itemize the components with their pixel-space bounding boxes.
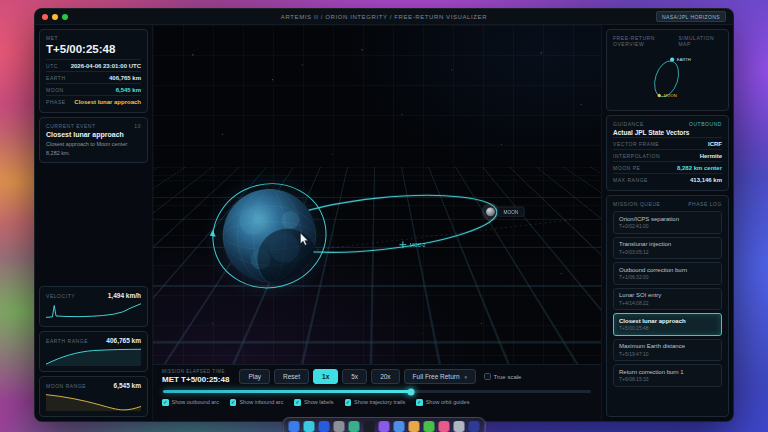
true-scale-checkbox[interactable] [484, 373, 491, 380]
true-scale-toggle[interactable]: True scale [484, 373, 521, 380]
phase-value: Closest lunar approach [74, 99, 141, 105]
toggle-label: Show labels [304, 399, 334, 405]
queue-item-time: T+0/03:05:12 [619, 249, 716, 255]
utc-label: UTC [46, 63, 58, 69]
toggle-outbound-arc[interactable]: ✓ Show outbound arc [162, 399, 219, 406]
checkbox-checked-icon[interactable]: ✓ [345, 399, 352, 406]
queue-item-active[interactable]: Closest lunar approach T+5/00:25:48 [613, 313, 722, 336]
queue-item[interactable]: Outbound correction burn T+1/06:32:00 [613, 262, 722, 285]
utc-value: 2026-04-06 23:01:00 UTC [71, 63, 141, 69]
earth[interactable] [202, 168, 337, 303]
earth-range-value: 406,765 km [109, 75, 141, 81]
guidance-title: Actual JPL State Vectors [613, 129, 722, 136]
dock-icon[interactable] [454, 421, 465, 432]
titlebar[interactable]: ARTEMIS II / ORION INTEGRITY / FREE-RETU… [35, 9, 733, 25]
reset-button[interactable]: Reset [274, 369, 309, 384]
dock[interactable] [283, 417, 486, 432]
queue-list: Orion/ICPS separation T+0/02:41:00 Trans… [613, 211, 722, 387]
overview-subheader: SIMULATION MAP [678, 35, 722, 47]
dock-icon[interactable] [424, 421, 435, 432]
scenario-select[interactable]: Full Free Return ▾ [404, 369, 476, 384]
toggle-trajectory-trails[interactable]: ✓ Show trajectory trails [345, 399, 406, 406]
interpolation-value: Hermite [700, 153, 722, 159]
zoom-button[interactable] [62, 14, 68, 20]
toggle-inbound-arc[interactable]: ✓ Show inbound arc [230, 399, 284, 406]
dock-icon[interactable] [469, 421, 480, 432]
queue-item[interactable]: Maximum Earth distance T+5/19:47:10 [613, 339, 722, 362]
timeline-thumb[interactable] [408, 388, 415, 395]
toggle-label: Show inbound arc [239, 399, 283, 405]
timeline-slider[interactable] [163, 390, 591, 393]
dock-icon[interactable] [319, 421, 330, 432]
moon[interactable]: MOON [482, 203, 525, 221]
queue-item[interactable]: Lunar SOI entry T+4/14:08:22 [613, 288, 722, 311]
correction-marker[interactable]: MCC-2 [399, 241, 425, 248]
moon-label: MOON [46, 87, 64, 93]
guidance-header: GUIDANCE [613, 121, 644, 127]
queue-subheader: PHASE LOG [688, 201, 722, 207]
queue-item-title: Closest lunar approach [619, 318, 716, 324]
dock-icon[interactable] [349, 421, 360, 432]
overview-map[interactable]: EARTH MOON [613, 49, 722, 105]
guidance-row-interp: INTERPOLATION Hermite [613, 149, 722, 161]
scenario-value: Full Free Return [413, 373, 460, 380]
dock-icon[interactable] [334, 421, 345, 432]
overview-earth-dot [670, 57, 674, 61]
checkbox-checked-icon[interactable]: ✓ [416, 399, 423, 406]
max-range-value: 413,146 km [690, 177, 722, 183]
queue-item[interactable]: Translunar injection T+0/03:05:12 [613, 237, 722, 260]
dock-icon[interactable] [409, 421, 420, 432]
current-event-panel: CURRENT EVENT 10 Closest lunar approach … [39, 117, 148, 163]
moon-range-gauge-value: 6,545 km [114, 382, 141, 389]
moon-pe-label: MOON PE [613, 165, 640, 171]
current-event-header: CURRENT EVENT [46, 123, 96, 129]
met-row-phase: PHASE Closest lunar approach [46, 95, 141, 107]
orbit-viewport[interactable]: MCC-2 MOON [153, 25, 601, 364]
toggle-labels[interactable]: ✓ Show labels [294, 399, 333, 406]
vector-frame-value: ICRF [708, 141, 722, 147]
queue-item[interactable]: Return correction burn 1 T+6/08:15:33 [613, 364, 722, 387]
queue-item[interactable]: Orion/ICPS separation T+0/02:41:00 [613, 211, 722, 234]
velocity-gauge: VELOCITY 1,494 km/h [39, 286, 148, 327]
max-range-label: MAX RANGE [613, 177, 648, 183]
close-button[interactable] [42, 14, 48, 20]
moon-range-gauge: MOON RANGE 6,545 km [39, 376, 148, 417]
queue-item-time: T+5/19:47:10 [619, 351, 716, 357]
dock-icon[interactable] [394, 421, 405, 432]
data-source-badge[interactable]: NASA/JPL HORIZONS [656, 11, 726, 22]
dock-icon[interactable] [304, 421, 315, 432]
right-sidebar: FREE-RETURN OVERVIEW SIMULATION MAP EART… [601, 25, 733, 421]
speed-1x-button[interactable]: 1x [313, 369, 338, 384]
queue-header: MISSION QUEUE [613, 201, 660, 207]
overview-header: FREE-RETURN OVERVIEW [613, 35, 678, 47]
guidance-row-moonpe: MOON PE 8,282 km center [613, 161, 722, 173]
minimize-button[interactable] [52, 14, 58, 20]
event-index-badge: 10 [134, 123, 141, 129]
speed-5x-button[interactable]: 5x [342, 369, 367, 384]
queue-item-time: T+5/00:25:48 [619, 325, 716, 331]
dock-icon[interactable] [289, 421, 300, 432]
queue-item-title: Translunar injection [619, 241, 716, 247]
queue-item-time: T+4/14:08:22 [619, 300, 716, 306]
moon-range-value: 6,545 km [116, 87, 141, 93]
play-button[interactable]: Play [239, 369, 270, 384]
earth-range-sparkline [46, 346, 141, 366]
guidance-panel: GUIDANCE OUTBOUND Actual JPL State Vecto… [606, 115, 729, 191]
met-time: T+5/00:25:48 [46, 43, 141, 55]
queue-item-time: T+0/02:41:00 [619, 223, 716, 229]
traffic-lights [42, 14, 68, 20]
queue-item-title: Return correction burn 1 [619, 369, 716, 375]
transport-bar: MISSION ELAPSED TIME MET T+5/00:25:48 Pl… [153, 364, 601, 421]
checkbox-checked-icon[interactable]: ✓ [294, 399, 301, 406]
earth-range-gauge-value: 406,765 km [106, 337, 141, 344]
checkbox-checked-icon[interactable]: ✓ [162, 399, 169, 406]
dock-icon[interactable] [379, 421, 390, 432]
speed-20x-button[interactable]: 20x [371, 369, 399, 384]
dock-icon[interactable] [439, 421, 450, 432]
mission-queue-panel: MISSION QUEUE PHASE LOG Orion/ICPS separ… [606, 195, 729, 417]
dock-icon[interactable] [364, 421, 375, 432]
checkbox-checked-icon[interactable]: ✓ [230, 399, 237, 406]
moon-range-sparkline [46, 391, 141, 411]
layer-toggles: ✓ Show outbound arc ✓ Show inbound arc ✓… [162, 398, 592, 406]
toggle-orbit-guides[interactable]: ✓ Show orbit guides [416, 399, 469, 406]
